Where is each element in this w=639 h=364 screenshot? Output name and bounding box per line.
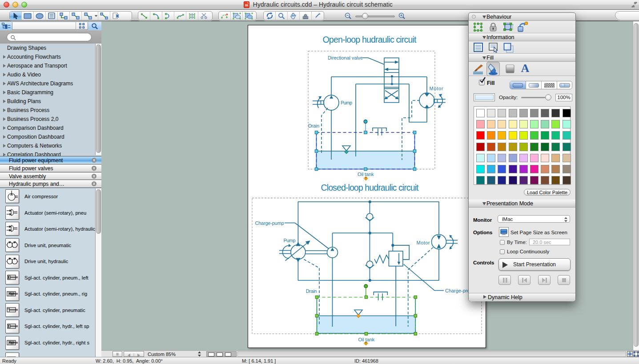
svg-text:Motor: Motor bbox=[430, 86, 443, 91]
svg-text:Motor: Motor bbox=[417, 240, 430, 245]
svg-text:Charge-pump: Charge-pump bbox=[255, 220, 284, 226]
svg-text:Open-loop hudraulic circuit: Open-loop hudraulic circuit bbox=[323, 35, 417, 44]
svg-text:Pump: Pump bbox=[284, 238, 296, 243]
svg-text:Oil tank: Oil tank bbox=[358, 337, 375, 342]
svg-text:Drain: Drain bbox=[308, 123, 319, 128]
svg-text:Drain: Drain bbox=[306, 288, 317, 294]
svg-text:T: T bbox=[365, 342, 367, 345]
svg-text:Closed-loop hudraulic circuit: Closed-loop hudraulic circuit bbox=[321, 183, 419, 192]
svg-text:Directional valve: Directional valve bbox=[328, 55, 363, 60]
svg-text:T: T bbox=[365, 177, 367, 180]
svg-text:Pump: Pump bbox=[341, 100, 352, 105]
svg-text:Oil tank: Oil tank bbox=[358, 172, 374, 177]
